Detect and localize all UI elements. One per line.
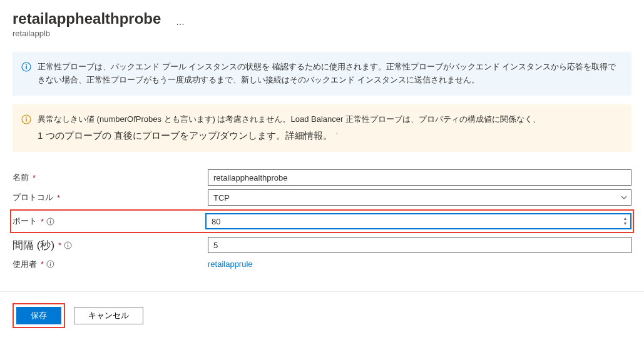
info-small-icon[interactable] <box>64 241 72 249</box>
info-small-icon[interactable] <box>46 218 54 226</box>
row-interval: 間隔 (秒)* <box>13 237 631 253</box>
svg-rect-11 <box>68 244 68 247</box>
svg-rect-8 <box>50 221 51 223</box>
info-icon <box>21 62 31 72</box>
svg-point-7 <box>50 219 51 220</box>
info-banner-text: 正常性プローブは、バックエンド プール インスタンスの状態を 確認するために使用… <box>38 61 621 87</box>
usedby-link[interactable]: retailapprule <box>208 257 253 271</box>
svg-point-10 <box>68 243 68 244</box>
save-button-highlight: 保存 <box>13 303 65 328</box>
label-name: 名前* <box>13 172 208 183</box>
svg-rect-14 <box>50 264 51 266</box>
cancel-button[interactable]: キャンセル <box>74 307 143 324</box>
warn-banner-text: 異常なしきい値 (numberOfProbes とも言います) は考慮されません… <box>38 113 621 144</box>
label-interval: 間隔 (秒)* <box>13 238 208 252</box>
more-menu[interactable]: … <box>176 17 185 27</box>
label-port: ポート* <box>13 216 205 227</box>
save-button[interactable]: 保存 <box>16 307 61 324</box>
row-name: 名前* <box>13 169 631 186</box>
port-spin-up[interactable]: ▲ <box>621 216 630 221</box>
warn-banner-detail-link[interactable]: 1 つのプローブの 直後にプローブをアップ/ダウンします。詳細情報。' <box>38 128 621 143</box>
port-input[interactable] <box>205 213 631 229</box>
interval-input[interactable] <box>208 237 631 253</box>
footer: 保存 キャンセル <box>0 292 644 339</box>
page-title: retailapphealthprobe <box>13 10 161 28</box>
info-small-icon[interactable] <box>46 260 54 268</box>
port-spin-down[interactable]: ▼ <box>621 221 630 226</box>
name-input[interactable] <box>208 169 631 186</box>
form: 名前* プロトコル* TCP ポート* ▲ <box>0 158 644 280</box>
row-protocol: プロトコル* TCP <box>13 189 631 206</box>
page-header: retailapphealthprobe … retailapplb <box>0 0 644 43</box>
row-port-highlighted: ポート* ▲ ▼ <box>10 209 634 233</box>
svg-point-4 <box>26 116 27 118</box>
label-protocol: プロトコル* <box>13 192 208 203</box>
protocol-select[interactable]: TCP <box>208 189 631 206</box>
svg-rect-2 <box>26 66 27 69</box>
svg-point-13 <box>50 262 51 263</box>
svg-point-1 <box>26 64 27 66</box>
port-spinners: ▲ ▼ <box>621 214 630 229</box>
row-usedby: 使用者* retailapprule <box>13 257 631 271</box>
info-banner-healthprobe: 正常性プローブは、バックエンド プール インスタンスの状態を 確認するために使用… <box>13 52 631 96</box>
page-subtitle: retailapplb <box>13 29 631 38</box>
label-usedby: 使用者* <box>13 259 208 270</box>
warn-icon <box>21 114 31 124</box>
warn-banner-threshold: 異常なしきい値 (numberOfProbes とも言います) は考慮されません… <box>13 104 631 152</box>
svg-rect-5 <box>26 118 27 121</box>
